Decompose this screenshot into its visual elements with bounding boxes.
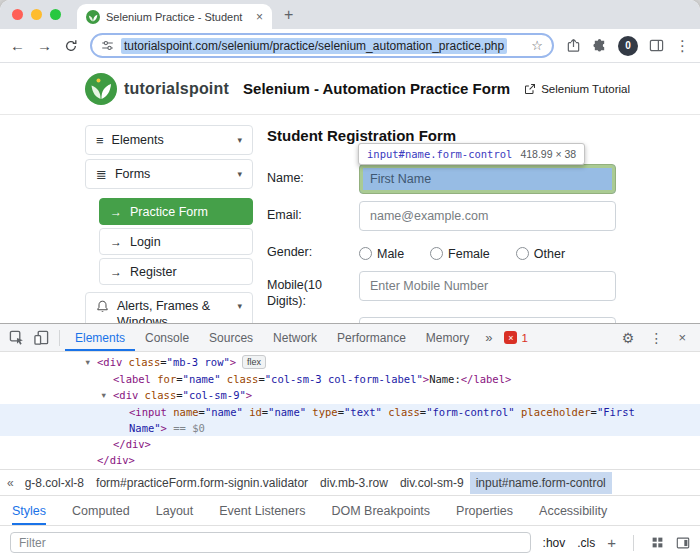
dom-tree-line[interactable]: <label for="name" class="col-sm-3 col-fo… [0, 371, 700, 387]
sidebar-item-practice-form[interactable]: → Practice Form [99, 198, 253, 225]
chevron-down-icon: ▾ [237, 135, 242, 145]
breadcrumb-item[interactable]: div.mb-3.row [314, 472, 394, 494]
form-list-icon: ≣ [96, 167, 107, 182]
site-settings-icon[interactable] [101, 39, 114, 52]
styles-pane-tab-dom-breakpoints[interactable]: DOM Breakpoints [331, 496, 430, 525]
web-page: tutorialspoint Selenium - Automation Pra… [0, 63, 700, 323]
styles-pane-tab-styles[interactable]: Styles [12, 496, 46, 525]
sidebar-item-alerts-frames-windows[interactable]: Alerts, Frames & Windows ▾ [85, 292, 253, 323]
dom-tree-line[interactable]: ▼<div class="mb-3 row">flex [0, 354, 700, 371]
devtools-tab-network[interactable]: Network [263, 324, 327, 351]
share-icon[interactable] [566, 38, 581, 53]
breadcrumb-item[interactable]: form#practiceForm.form-signin.validator [90, 472, 314, 494]
dom-tree[interactable]: ▼<div class="mb-3 row">flex<label for="n… [0, 352, 700, 469]
email-input[interactable] [359, 201, 616, 231]
styles-filter-input[interactable] [10, 532, 531, 553]
breadcrumb-item[interactable]: div.col-sm-9 [394, 472, 470, 494]
radio-other[interactable] [516, 247, 529, 260]
dom-tree-line[interactable]: Name"> == $0 [0, 420, 700, 436]
tab-close-icon[interactable]: × [256, 10, 263, 24]
toolbar-icons: 0 ⋮ [566, 36, 690, 56]
extensions-puzzle-icon[interactable] [592, 38, 607, 53]
devtools-tab-memory[interactable]: Memory [416, 324, 479, 351]
devtools-tab-elements[interactable]: Elements [65, 324, 135, 351]
tooltip-selector: input#name.form-control [367, 148, 512, 160]
dob-input[interactable] [359, 317, 616, 324]
styles-pane-tab-accessibility[interactable]: Accessibility [539, 496, 607, 525]
sidebar-item-register[interactable]: → Register [99, 258, 253, 285]
dom-tree-line[interactable]: </div> [0, 452, 700, 468]
mobile-label: Mobile(10 Digits): [267, 271, 359, 310]
browser-tab[interactable]: Selenium Practice - Student × [77, 4, 272, 29]
expand-arrow-icon[interactable]: ▼ [84, 355, 97, 371]
mobile-input[interactable] [359, 271, 616, 301]
form-row-email: Email: [267, 201, 616, 231]
more-tabs-icon[interactable]: » [479, 330, 498, 345]
devtools-tab-console[interactable]: Console [135, 324, 199, 351]
devtools-tab-performance[interactable]: Performance [327, 324, 416, 351]
radio-male[interactable] [359, 247, 372, 260]
toggle-element-state-button[interactable]: :hov [543, 536, 566, 550]
tutorialspoint-logo[interactable]: tutorialspoint [85, 73, 229, 105]
url-text[interactable]: tutorialspoint.com/selenium/practice/sel… [121, 38, 507, 54]
site-header: tutorialspoint Selenium - Automation Pra… [0, 63, 700, 115]
radio-option-other[interactable]: Other [516, 247, 565, 261]
styles-pane-tab-computed[interactable]: Computed [72, 496, 130, 525]
sidebar-item-elements[interactable]: ≡ Elements ▾ [85, 125, 253, 155]
breadcrumb-item[interactable]: g-8.col-xl-8 [19, 472, 90, 494]
grid-icon[interactable] [651, 536, 664, 549]
dom-tree-line[interactable]: <input name="name" id="name" type="text"… [0, 404, 700, 420]
sidebar-item-login[interactable]: → Login [99, 228, 253, 255]
browser-menu-icon[interactable]: ⋮ [675, 37, 690, 55]
name-input[interactable] [359, 164, 616, 194]
breadcrumb-item[interactable]: input#name.form-control [470, 472, 612, 494]
styles-pane-tab-event-listeners[interactable]: Event Listeners [219, 496, 305, 525]
expand-arrow-icon[interactable]: ▼ [100, 388, 113, 404]
dom-tree-line[interactable]: ▼<div class="col-sm-9"> [0, 387, 700, 404]
sidebar-label: Forms [115, 167, 150, 181]
styles-pane-tab-properties[interactable]: Properties [456, 496, 513, 525]
settings-gear-icon[interactable]: ⚙ [622, 331, 635, 345]
radio-label: Male [377, 247, 404, 261]
tab-strip: Selenium Practice - Student × + [0, 0, 700, 29]
devtools-tab-sources[interactable]: Sources [199, 324, 263, 351]
browser-toolbar: ← → tutorialspoint.com/selenium/practice… [0, 29, 700, 63]
dock-panel-icon[interactable] [676, 536, 690, 550]
devtools-close-icon[interactable]: × [678, 330, 686, 345]
reload-icon[interactable] [64, 39, 78, 53]
element-classes-button[interactable]: .cls [577, 536, 595, 550]
breadcrumb-list: g-8.col-xl-8form#practiceForm.form-signi… [19, 470, 612, 495]
name-field [359, 164, 616, 194]
form-row-name: Name: [267, 164, 616, 194]
breadcrumb-scroll-icon[interactable]: « [2, 476, 19, 490]
flex-badge[interactable]: flex [242, 355, 266, 369]
sidebar-item-forms[interactable]: ≣ Forms ▾ [85, 159, 253, 189]
divider [59, 330, 60, 346]
styles-pane-tab-layout[interactable]: Layout [156, 496, 194, 525]
minimize-window-button[interactable] [31, 9, 42, 20]
new-tab-button[interactable]: + [284, 6, 293, 24]
inspect-tooltip: input#name.form-control 418.99 × 38 [358, 143, 585, 165]
address-bar[interactable]: tutorialspoint.com/selenium/practice/sel… [90, 33, 554, 58]
dom-tree-line[interactable]: </div> [0, 436, 700, 452]
devtools-menu-icon[interactable]: ⋮ [649, 331, 663, 345]
side-panel-icon[interactable] [649, 38, 664, 53]
error-badge[interactable]: × 1 [504, 331, 527, 344]
back-icon[interactable]: ← [10, 38, 25, 53]
new-style-rule-icon[interactable]: + [607, 534, 616, 551]
inspect-icon[interactable] [9, 330, 24, 345]
bookmark-star-icon[interactable]: ☆ [531, 38, 543, 53]
devtools-breadcrumbs: « g-8.col-xl-8form#practiceForm.form-sig… [0, 469, 700, 495]
radio-option-female[interactable]: Female [430, 247, 490, 261]
arrow-right-icon: → [110, 205, 122, 219]
zoom-window-button[interactable] [50, 9, 61, 20]
radio-option-male[interactable]: Male [359, 247, 404, 261]
window-controls [12, 9, 61, 20]
profile-avatar[interactable]: 0 [618, 36, 638, 56]
radio-female[interactable] [430, 247, 443, 260]
selenium-tutorial-link[interactable]: Selenium Tutorial [524, 83, 630, 95]
close-window-button[interactable] [12, 9, 23, 20]
email-field [359, 201, 616, 231]
forward-icon[interactable]: → [37, 38, 52, 53]
device-toolbar-icon[interactable] [34, 330, 49, 345]
